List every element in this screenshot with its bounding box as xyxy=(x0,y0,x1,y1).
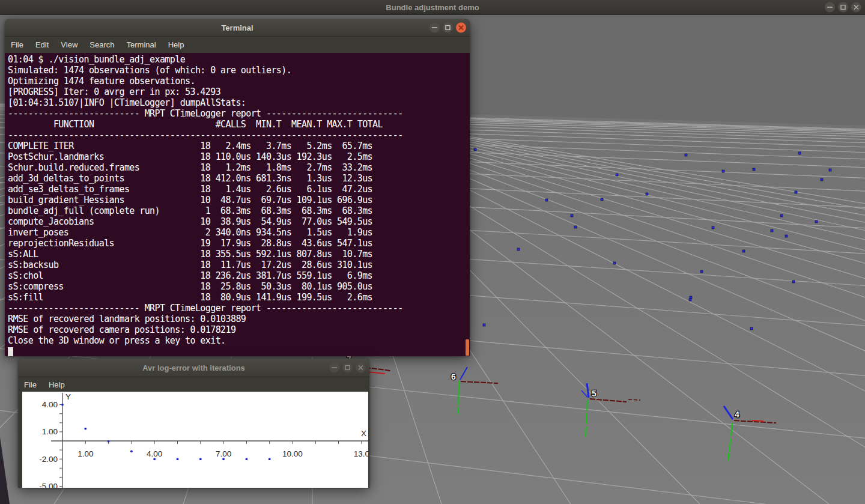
menu-item-file[interactable]: File xyxy=(18,378,43,392)
maximize-icon[interactable] xyxy=(342,363,353,373)
landmark-point xyxy=(571,214,573,217)
plot-titlebar[interactable]: Avr log-error with iterations xyxy=(18,359,369,377)
maximize-icon[interactable] xyxy=(443,23,453,33)
close-icon[interactable] xyxy=(456,23,466,33)
y-tick-label: -2.00 xyxy=(39,455,58,464)
terminal-menubar: FileEditViewSearchTerminalHelp xyxy=(5,37,470,53)
x-axis-title: X xyxy=(361,429,366,438)
landmark-point xyxy=(601,198,603,201)
terminal-title: Terminal xyxy=(221,23,253,32)
camera-axis xyxy=(752,421,763,421)
maximize-icon[interactable] xyxy=(838,2,848,13)
plot-window: Avr log-error with iterations FileHelp 1… xyxy=(18,359,369,487)
landmark-point xyxy=(474,148,476,151)
landmark-point xyxy=(685,154,687,156)
data-point xyxy=(246,458,248,460)
terminal-titlebar[interactable]: Terminal xyxy=(5,19,470,37)
y-tick-label: 1.00 xyxy=(42,427,58,436)
camera-label: 4 xyxy=(735,410,739,419)
menu-item-terminal[interactable]: Terminal xyxy=(121,38,162,52)
x-tick-label: 4.00 xyxy=(147,449,162,458)
close-icon[interactable] xyxy=(851,2,861,13)
camera-label: 6 xyxy=(451,372,456,381)
landmark-point xyxy=(821,178,823,181)
landmark-point xyxy=(750,327,753,330)
close-icon[interactable] xyxy=(356,363,366,373)
landmark-point xyxy=(613,262,616,264)
landmark-point xyxy=(700,270,703,273)
landmark-point xyxy=(483,324,485,326)
data-point xyxy=(199,458,202,460)
landmark-point xyxy=(574,226,577,228)
x-tick-label: 1.00 xyxy=(77,449,93,458)
data-point xyxy=(269,458,271,460)
x-tick-label: 7.00 xyxy=(216,449,231,458)
menu-item-search[interactable]: Search xyxy=(83,38,120,52)
menu-item-edit[interactable]: Edit xyxy=(29,38,55,52)
landmark-point xyxy=(829,169,831,171)
data-point xyxy=(130,450,133,452)
terminal-window: Terminal FileEditViewSearchTerminalHelp … xyxy=(5,19,470,356)
x-tick-label: 10.00 xyxy=(282,449,303,458)
x-tick-label: 13.0 xyxy=(354,449,368,458)
data-point xyxy=(61,404,64,406)
menu-item-help[interactable]: Help xyxy=(43,378,71,392)
camera-label: 5 xyxy=(592,389,596,398)
minimize-icon[interactable] xyxy=(825,2,835,13)
y-tick-label: -5.00 xyxy=(39,482,58,488)
data-point xyxy=(153,458,156,460)
y-tick-label: 4.00 xyxy=(42,400,58,409)
landmark-point xyxy=(616,174,618,176)
minimize-icon[interactable] xyxy=(429,23,440,33)
plot-canvas[interactable]: 1.004.007.0010.0013.04.001.00-2.00-5.00Y… xyxy=(18,392,369,488)
landmark-point xyxy=(798,152,801,154)
landmark-point xyxy=(545,199,548,201)
landmark-point xyxy=(646,193,648,195)
minimize-icon[interactable] xyxy=(329,363,339,373)
landmark-point xyxy=(712,226,714,229)
data-point xyxy=(222,458,225,460)
terminal-cursor xyxy=(8,347,13,356)
y-axis-title: Y xyxy=(65,392,71,401)
landmark-point xyxy=(753,168,755,171)
terminal-output: 01:04 $ ./vision_bundle_adj_example Simu… xyxy=(5,53,470,356)
plot-window-title: Avr log-error with iterations xyxy=(142,363,245,372)
landmark-point xyxy=(795,191,797,193)
landmark-point xyxy=(742,250,745,252)
landmark-point xyxy=(785,235,788,237)
landmark-point xyxy=(722,170,724,172)
landmark-point xyxy=(771,229,773,232)
terminal-body[interactable]: 01:04 $ ./vision_bundle_adj_example Simu… xyxy=(5,53,470,356)
landmark-point xyxy=(815,220,818,223)
main-window-titlebar: Bundle adjustment demo xyxy=(0,0,865,15)
camera-axis xyxy=(728,453,729,461)
camera-axis xyxy=(458,381,459,414)
main-window-title: Bundle adjustment demo xyxy=(386,3,479,12)
menu-item-help[interactable]: Help xyxy=(162,38,190,52)
landmark-point xyxy=(792,281,795,283)
menu-item-view[interactable]: View xyxy=(55,38,83,52)
landmark-point xyxy=(689,299,691,301)
data-point xyxy=(108,440,110,443)
menu-item-file[interactable]: File xyxy=(5,38,29,52)
terminal-scrollbar-thumb[interactable] xyxy=(466,339,469,356)
landmark-point xyxy=(517,248,520,250)
data-point xyxy=(177,458,179,460)
plot-menubar: FileHelp xyxy=(18,377,369,392)
landmark-point xyxy=(780,214,783,217)
landmark-point xyxy=(690,296,692,299)
data-point xyxy=(84,428,86,430)
